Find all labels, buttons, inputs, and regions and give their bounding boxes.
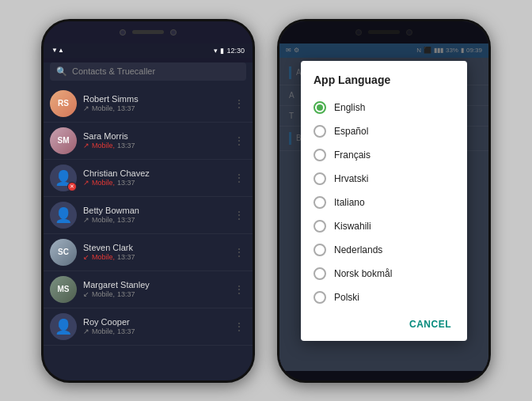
contact-detail-roy-cooper: ↗ Mobile, 13:37 bbox=[83, 327, 226, 335]
person-icon: 👤 bbox=[55, 318, 72, 335]
app-language-dialog: App Language English Español Français bbox=[301, 61, 467, 341]
avatar-sara-morris: SM bbox=[50, 127, 77, 154]
lang-option-hrvatski[interactable]: Hrvatski bbox=[301, 167, 467, 191]
arrow-icon: ↗ bbox=[83, 327, 89, 335]
lang-option-francais[interactable]: Français bbox=[301, 143, 467, 167]
camera bbox=[120, 29, 126, 36]
contact-info-robert-simms: Robert Simms ↗ Mobile, 13:37 bbox=[83, 94, 226, 112]
time-left: 12:30 bbox=[226, 47, 245, 55]
search-icon: 🔍 bbox=[56, 66, 67, 77]
contact-item-christian-chavez[interactable]: 👤 ✕ Christian Chavez ↗ Mobile, 13:37 ⋮ bbox=[44, 160, 253, 197]
contact-name-robert-simms: Robert Simms bbox=[83, 94, 226, 104]
contact-name-betty-bowman: Betty Bowman bbox=[83, 206, 226, 215]
left-status-bar: ▼▲ ▾ ▮ 12:30 bbox=[44, 44, 253, 58]
contact-name-margaret-stanley: Margaret Stanley bbox=[83, 280, 226, 289]
search-bar[interactable]: 🔍 Contacts & Truecaller bbox=[50, 62, 246, 81]
contact-detail-robert-simms: ↗ Mobile, 13:37 bbox=[83, 104, 226, 112]
radio-italiano bbox=[314, 196, 326, 209]
speaker bbox=[132, 30, 164, 34]
radio-english bbox=[314, 101, 326, 114]
contact-item-robert-simms[interactable]: RS Robert Simms ↗ Mobile, 13:37 ⋮ bbox=[44, 85, 253, 123]
contact-name-roy-cooper: Roy Cooper bbox=[83, 317, 226, 327]
left-screen: 🔍 Contacts & Truecaller RS Robert Simms … bbox=[44, 62, 253, 383]
contact-detail-margaret-stanley: ↙ Mobile, 13:37 bbox=[83, 290, 226, 298]
contact-item-sara-morris[interactable]: SM Sara Morris ↗ Mobile, 13:37 ⋮ bbox=[44, 123, 253, 160]
left-phone-top-bar bbox=[44, 21, 253, 44]
contact-item-margaret-stanley[interactable]: MS Margaret Stanley ↙ Mobile, 13:37 ⋮ bbox=[44, 271, 253, 308]
more-icon-roy-cooper[interactable]: ⋮ bbox=[232, 319, 246, 335]
contact-item-roy-cooper[interactable]: 👤 Roy Cooper ↗ Mobile, 13:37 ⋮ bbox=[44, 308, 253, 346]
more-icon-margaret-stanley[interactable]: ⋮ bbox=[232, 282, 246, 297]
lang-label-nederlands: Nederlands bbox=[334, 244, 382, 255]
contact-detail-sara-morris: ↗ Mobile, 13:37 bbox=[83, 142, 226, 149]
contact-info-margaret-stanley: Margaret Stanley ↙ Mobile, 13:37 bbox=[83, 280, 226, 298]
contact-list: RS Robert Simms ↗ Mobile, 13:37 ⋮ SM bbox=[44, 85, 253, 346]
contact-detail-steven-clark: ↙ Mobile, 13:37 bbox=[83, 253, 226, 261]
dialog-actions: CANCEL bbox=[301, 309, 467, 335]
lang-label-hrvatski: Hrvatski bbox=[334, 173, 368, 184]
lang-label-norsk: Norsk bokmål bbox=[334, 268, 392, 279]
more-icon-robert-simms[interactable]: ⋮ bbox=[232, 96, 246, 112]
left-status-icons: ▼▲ bbox=[51, 47, 64, 54]
lang-option-kiswahili[interactable]: Kiswahili bbox=[301, 214, 467, 238]
cancel-button[interactable]: CANCEL bbox=[403, 314, 458, 335]
signal-icon: ▼▲ bbox=[51, 47, 64, 54]
blocked-badge: ✕ bbox=[67, 182, 77, 191]
avatar-margaret-stanley: MS bbox=[50, 276, 77, 303]
avatar-roy-cooper: 👤 bbox=[50, 313, 77, 340]
radio-inner-english bbox=[317, 104, 323, 111]
lang-label-english: English bbox=[334, 102, 365, 113]
arrow-icon: ↗ bbox=[83, 142, 89, 149]
dialog-title: App Language bbox=[301, 74, 467, 96]
arrow-icon: ↗ bbox=[83, 104, 89, 112]
contact-info-christian-chavez: Christian Chavez ↗ Mobile, 13:37 bbox=[83, 168, 226, 187]
person-icon: 👤 bbox=[55, 206, 72, 224]
contact-info-steven-clark: Steven Clark ↙ Mobile, 13:37 bbox=[83, 243, 226, 261]
right-screen-background: A A T B App Language English bbox=[279, 58, 488, 371]
lang-label-espanol: Español bbox=[334, 126, 368, 137]
lang-option-english[interactable]: English bbox=[301, 96, 467, 119]
contact-item-steven-clark[interactable]: SC Steven Clark ↙ Mobile, 13:37 ⋮ bbox=[44, 234, 253, 271]
more-icon-steven-clark[interactable]: ⋮ bbox=[232, 244, 246, 260]
avatar-robert-simms: RS bbox=[50, 90, 77, 117]
lang-label-francais: Français bbox=[334, 149, 370, 161]
avatar-betty-bowman: 👤 bbox=[50, 202, 77, 229]
radio-espanol bbox=[314, 125, 326, 138]
lang-option-espanol[interactable]: Español bbox=[301, 119, 467, 143]
contact-detail-christian-chavez: ↗ Mobile, 13:37 bbox=[83, 179, 226, 187]
contact-info-betty-bowman: Betty Bowman ↗ Mobile, 13:37 bbox=[83, 206, 226, 224]
right-phone: ✉ ⚙ N ⬛ ▮▮▮ 33% ▮ 09:39 A A T B bbox=[277, 19, 491, 383]
lang-option-nederlands[interactable]: Nederlands bbox=[301, 238, 467, 262]
arrow-icon: ↙ bbox=[83, 290, 89, 298]
avatar-christian-chavez: 👤 ✕ bbox=[50, 165, 77, 191]
radio-norsk bbox=[314, 267, 326, 280]
contact-item-betty-bowman[interactable]: 👤 Betty Bowman ↗ Mobile, 13:37 ⋮ bbox=[44, 197, 253, 234]
radio-kiswahili bbox=[314, 220, 326, 233]
arrow-icon: ↗ bbox=[83, 179, 89, 187]
arrow-icon: ↗ bbox=[83, 216, 89, 224]
lang-option-polski[interactable]: Polski bbox=[301, 286, 467, 309]
more-icon-christian-chavez[interactable]: ⋮ bbox=[232, 170, 246, 186]
contact-name-steven-clark: Steven Clark bbox=[83, 243, 226, 252]
wifi-icon: ▾ bbox=[214, 47, 218, 55]
lang-label-italiano: Italiano bbox=[334, 197, 365, 208]
lang-option-norsk[interactable]: Norsk bokmål bbox=[301, 262, 467, 286]
radio-nederlands bbox=[314, 244, 326, 256]
lang-option-italiano[interactable]: Italiano bbox=[301, 191, 467, 214]
radio-polski bbox=[314, 291, 326, 304]
contact-detail-betty-bowman: ↗ Mobile, 13:37 bbox=[83, 216, 226, 224]
search-placeholder: Contacts & Truecaller bbox=[72, 66, 155, 76]
radio-francais bbox=[314, 149, 326, 161]
contact-info-sara-morris: Sara Morris ↗ Mobile, 13:37 bbox=[83, 131, 226, 149]
avatar-steven-clark: SC bbox=[50, 239, 77, 266]
more-icon-betty-bowman[interactable]: ⋮ bbox=[232, 207, 246, 223]
battery-icon-left: ▮ bbox=[220, 47, 224, 55]
lang-label-kiswahili: Kiswahili bbox=[334, 221, 371, 232]
dialog-overlay: App Language English Español Français bbox=[279, 21, 488, 380]
lang-label-polski: Polski bbox=[334, 292, 359, 303]
arrow-icon: ↙ bbox=[83, 253, 89, 261]
more-icon-sara-morris[interactable]: ⋮ bbox=[232, 133, 246, 149]
left-status-right: ▾ ▮ 12:30 bbox=[214, 47, 245, 55]
contact-name-sara-morris: Sara Morris bbox=[83, 131, 226, 141]
left-phone: ▼▲ ▾ ▮ 12:30 🔍 Contacts & Truecaller RS … bbox=[41, 19, 255, 383]
